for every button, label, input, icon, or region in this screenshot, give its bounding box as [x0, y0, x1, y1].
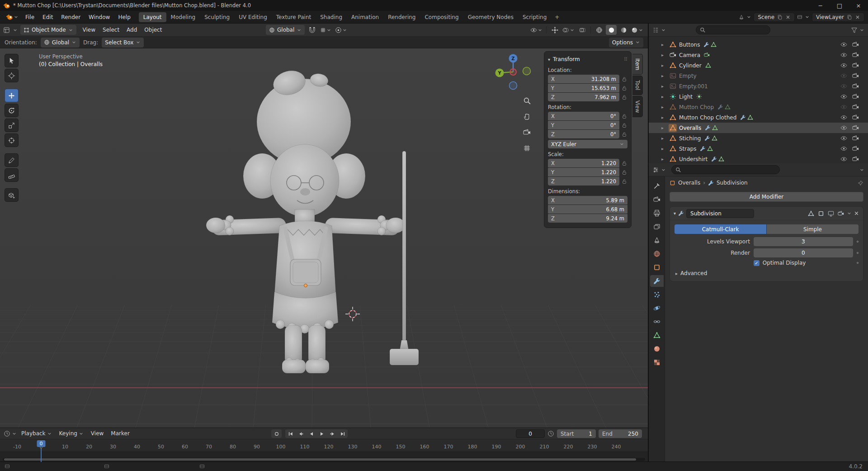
properties-search-input[interactable]	[671, 165, 780, 174]
scale-y-field[interactable]: Y1.220	[548, 168, 619, 176]
drag-dropdown[interactable]: Select Box	[102, 38, 144, 48]
properties-tab-physics[interactable]	[650, 302, 664, 314]
shading-rendered-button[interactable]	[630, 25, 644, 35]
render-visibility-camera-icon[interactable]	[852, 41, 859, 48]
tool-scale[interactable]	[5, 119, 19, 132]
chevron-down-icon[interactable]	[13, 28, 18, 33]
properties-tab-modifiers[interactable]	[650, 275, 664, 287]
playhead-frame-badge[interactable]: 0	[37, 440, 46, 447]
modifier-extras-dropdown-icon[interactable]	[847, 211, 852, 216]
proportional-editing-dropdown[interactable]	[334, 25, 348, 35]
current-frame-field[interactable]: 0	[516, 429, 545, 438]
rotation-x-field[interactable]: X0°	[548, 112, 619, 120]
properties-tab-particles[interactable]	[650, 289, 664, 300]
tool-add-cube[interactable]	[5, 188, 19, 202]
timeline-ruler[interactable]: -100102030405060708090100110120130140150…	[0, 439, 648, 451]
jump-end-button[interactable]	[337, 429, 348, 438]
chevron-down-icon[interactable]	[859, 28, 864, 33]
properties-tab-world[interactable]	[650, 248, 664, 260]
chevron-down-icon[interactable]	[661, 167, 666, 172]
render-visibility-camera-icon[interactable]	[852, 156, 859, 162]
timeline-menu-marker[interactable]: Marker	[108, 429, 132, 438]
scale-x-field[interactable]: X1.220	[548, 159, 619, 167]
tool-cursor[interactable]	[5, 69, 19, 82]
sidebar-tab-view[interactable]: View	[632, 96, 643, 117]
expand-arrow-icon[interactable]: ▸	[661, 94, 664, 99]
remove-viewlayer-icon[interactable]	[855, 14, 860, 20]
camera-view-button[interactable]	[521, 126, 533, 138]
dimensions-z-field[interactable]: Z9.24 m	[548, 214, 627, 223]
mode-dropdown[interactable]: Object Mode	[20, 25, 76, 35]
properties-tab-render[interactable]	[650, 194, 664, 205]
lock-icon[interactable]	[622, 76, 627, 82]
tool-transform[interactable]	[5, 133, 19, 147]
prev-keyframe-button[interactable]	[296, 429, 306, 438]
menu-window[interactable]: Window	[85, 13, 114, 22]
auto-keying-record-button[interactable]	[271, 429, 282, 438]
jump-start-button[interactable]	[285, 429, 296, 438]
new-viewlayer-icon[interactable]	[847, 14, 852, 20]
rotation-mode-dropdown[interactable]: XYZ Euler	[548, 140, 627, 148]
visibility-eye-icon[interactable]	[840, 52, 847, 58]
render-levels-field[interactable]: 0	[754, 248, 853, 257]
render-display-toggle-icon[interactable]	[837, 210, 845, 217]
edit-mode-toggle-icon[interactable]	[817, 210, 825, 217]
levels-viewport-field[interactable]: 3	[754, 237, 853, 246]
outliner-item-straps[interactable]: ▸Straps	[649, 143, 868, 154]
play-button[interactable]	[316, 429, 327, 438]
timeline-menu-playback[interactable]: Playback	[18, 429, 55, 438]
app-menu-button[interactable]	[4, 14, 21, 20]
visibility-dropdown[interactable]	[529, 25, 543, 35]
frame-start-field[interactable]: Start 1	[557, 429, 596, 438]
timeline-menu-view[interactable]: View	[88, 429, 107, 438]
tool-rotate[interactable]	[5, 104, 19, 117]
viewlayer-selector[interactable]: ViewLayer	[812, 13, 864, 22]
expand-arrow-icon[interactable]: ▸	[661, 157, 664, 162]
xray-toggle[interactable]	[577, 25, 588, 35]
breadcrumb-object[interactable]: Overalls	[678, 180, 700, 186]
editor-type-icon[interactable]	[3, 27, 10, 33]
render-visibility-camera-icon[interactable]	[852, 124, 859, 131]
viewlayer-browse-chevron-icon[interactable]	[805, 14, 810, 19]
lock-icon[interactable]	[622, 132, 627, 137]
transform-orientation-dropdown[interactable]: Global	[266, 25, 305, 35]
workspace-tab-shading[interactable]: Shading	[316, 12, 347, 22]
properties-tab-output[interactable]	[650, 207, 664, 219]
timeline-track-area[interactable]	[0, 451, 648, 462]
editor-corner-icon[interactable]	[5, 464, 10, 469]
close-button[interactable]: ×	[849, 0, 868, 11]
location-y-field[interactable]: Y15.653 m	[548, 84, 619, 92]
navigation-gizmo[interactable]: Z Y	[494, 53, 532, 91]
visibility-eye-icon[interactable]	[840, 83, 847, 90]
orthographic-toggle-button[interactable]	[521, 142, 533, 154]
expand-arrow-icon[interactable]: ▸	[661, 84, 664, 89]
visibility-eye-icon[interactable]	[840, 62, 847, 69]
dimensions-y-field[interactable]: Y6.68 m	[548, 205, 627, 214]
rotation-z-field[interactable]: Z0°	[548, 130, 619, 138]
scale-z-field[interactable]: Z1.220	[548, 177, 619, 186]
outliner-item-overalls[interactable]: ▸Overalls	[649, 123, 868, 133]
outliner-item-light[interactable]: ▸Light	[649, 91, 868, 102]
render-visibility-camera-icon[interactable]	[852, 104, 859, 110]
clock-icon[interactable]	[4, 430, 10, 437]
visibility-eye-icon[interactable]	[840, 41, 847, 48]
shading-solid-button[interactable]	[606, 25, 617, 35]
properties-tab-object[interactable]	[650, 262, 664, 273]
gizmo-neg-z-axis[interactable]	[509, 82, 517, 90]
expand-arrow-icon[interactable]: ▸	[661, 105, 664, 109]
properties-tab-material[interactable]	[650, 343, 664, 355]
viewport-menu-add[interactable]: Add	[123, 25, 141, 34]
filter-icon[interactable]	[851, 27, 858, 33]
outliner-item-stiching[interactable]: ▸Stiching	[649, 133, 868, 143]
visibility-eye-icon[interactable]	[840, 104, 847, 110]
animate-property-dot[interactable]	[857, 262, 859, 264]
breadcrumb-modifier[interactable]: Subdivision	[717, 180, 748, 186]
workspace-tab-modeling[interactable]: Modeling	[166, 12, 200, 22]
lock-icon[interactable]	[622, 179, 627, 184]
workspace-tab-texture-paint[interactable]: Texture Paint	[272, 12, 316, 22]
rotation-y-field[interactable]: Y0°	[548, 121, 619, 129]
pin-icon[interactable]	[858, 180, 863, 186]
workspace-tab-sculpting[interactable]: Sculpting	[200, 12, 234, 22]
outliner-item-camera[interactable]: ▸Camera	[649, 50, 868, 60]
workspace-tab-scripting[interactable]: Scripting	[518, 12, 551, 22]
